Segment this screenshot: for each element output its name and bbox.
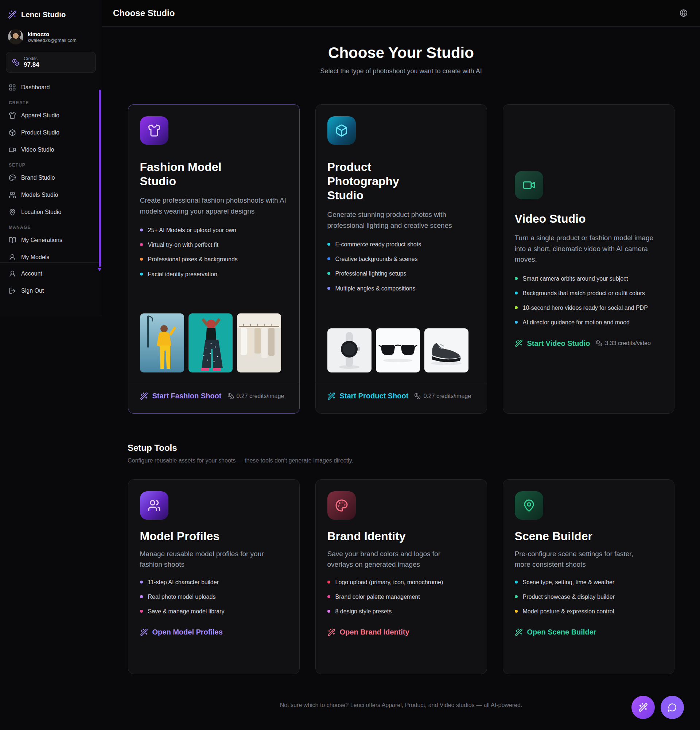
sidebar-item-models-studio[interactable]: Models Studio (4, 187, 97, 203)
avatar (8, 29, 23, 44)
credit-cost: 0.27 credits/image (228, 393, 284, 399)
setup-tool-cards: Model Profiles Manage reusable model pro… (102, 479, 700, 674)
sidebar-bottom: Account Sign Out (0, 263, 102, 303)
product-thumbnail-watch (327, 328, 371, 372)
fashion-tile (140, 116, 168, 145)
main-content: Choose Your Studio Select the type of ph… (102, 26, 700, 708)
language-button[interactable] (678, 8, 689, 19)
sidebar-item-sign-out[interactable]: Sign Out (4, 283, 97, 299)
feature-dot (515, 292, 518, 295)
wand-icon (8, 10, 17, 19)
credits-box[interactable]: Credits 97.84 (6, 52, 96, 73)
card-description: Manage reusable model profiles for your … (140, 549, 275, 570)
footer-note: Not sure which to choose? Lenci offers A… (102, 702, 700, 708)
sidebar-item-video-studio[interactable]: Video Studio (4, 142, 97, 158)
brand-identity-card[interactable]: Brand Identity Save your brand colors an… (316, 479, 487, 674)
feature-dot (140, 273, 143, 276)
card-description: Pre-configure scene settings for faster,… (515, 549, 650, 570)
user-email: kwaleed2k@gmail.com (28, 38, 77, 43)
feature-item: 11-step AI character builder (140, 578, 288, 586)
sidebar-item-brand-studio[interactable]: Brand Studio (4, 170, 97, 186)
feature-list: 11-step AI character builder Real photo … (140, 578, 288, 616)
card-description: Create professional fashion photoshoots … (140, 195, 288, 216)
wand-icon (639, 703, 648, 712)
feature-dot (327, 595, 330, 598)
map-pin-icon (9, 209, 16, 216)
feature-dot (327, 610, 330, 613)
feature-item: Real photo model uploads (140, 593, 288, 601)
open-scene-builder-button[interactable]: Open Scene Builder (515, 628, 596, 637)
wand-icon (327, 392, 335, 400)
coins-icon (414, 393, 421, 399)
users-icon (9, 191, 16, 199)
fashion-thumbnail-3 (237, 314, 281, 372)
feature-item: Brand color palette management (327, 593, 475, 601)
start-video-studio-button[interactable]: Start Video Studio (515, 339, 590, 348)
feature-item: Smart camera orbits around your subject (515, 274, 662, 283)
user-name: kimozzo (28, 31, 77, 38)
sidebar-item-dashboard[interactable]: Dashboard (4, 79, 97, 95)
box-icon (9, 129, 16, 136)
video-studio-card[interactable]: Video Studio Turn a single product or fa… (503, 104, 674, 414)
feature-dot (327, 243, 330, 246)
sidebar-item-apparel-studio[interactable]: Apparel Studio (4, 108, 97, 124)
feature-item: Virtual try-on with perfect fit (140, 241, 288, 249)
feature-dot (327, 272, 330, 275)
hero-subtitle: Select the type of photoshoot you want t… (102, 67, 700, 75)
feature-item: Backgrounds that match product or outfit… (515, 289, 662, 297)
magic-assistant-button[interactable] (631, 696, 655, 719)
product-photography-studio-card[interactable]: Product Photography Studio Generate stun… (316, 104, 487, 414)
card-footer: Open Brand Identity (327, 628, 475, 637)
feature-item: Creative backgrounds & scenes (327, 255, 475, 263)
feature-dot (515, 277, 518, 280)
setup-tools-subtitle: Configure reusable assets for your shoot… (128, 457, 674, 464)
nav-section-manage: MANAGE (4, 221, 97, 232)
feature-item: 10-second hero videos ready for social a… (515, 304, 662, 312)
feature-dot (515, 306, 518, 309)
card-title: Scene Builder (515, 529, 624, 543)
fashion-thumbnail-2 (189, 314, 232, 372)
open-model-profiles-button[interactable]: Open Model Profiles (140, 628, 223, 637)
start-fashion-shoot-button[interactable]: Start Fashion Shoot (140, 392, 222, 400)
feature-item: Multiple angles & compositions (327, 284, 475, 293)
brand: Lenci Studio (0, 0, 102, 25)
sidebar-item-product-studio[interactable]: Product Studio (4, 125, 97, 141)
chat-button[interactable] (661, 696, 684, 719)
palette-icon (9, 174, 16, 181)
wand-icon (515, 339, 523, 347)
shirt-icon (9, 112, 16, 119)
sidebar-item-location-studio[interactable]: Location Studio (4, 204, 97, 220)
sidebar-item-account[interactable]: Account (4, 266, 97, 282)
palette-icon (335, 499, 348, 512)
sidebar-scrollbar[interactable] (99, 90, 101, 267)
feature-dot (140, 610, 143, 613)
sample-thumbnails (140, 314, 288, 372)
scene-builder-card[interactable]: Scene Builder Pre-configure scene settin… (503, 479, 674, 674)
card-description: Turn a single product or fashion model i… (515, 232, 662, 264)
wand-icon (515, 628, 523, 637)
feature-dot (140, 595, 143, 598)
credit-cost: 0.27 credits/image (414, 393, 471, 399)
feature-dot (327, 257, 330, 260)
feature-list: Logo upload (primary, icon, monochrome) … (327, 578, 475, 616)
feature-dot (515, 610, 518, 613)
brand-name: Lenci Studio (21, 10, 66, 19)
fashion-model-studio-card[interactable]: Fashion Model Studio Create professional… (128, 104, 300, 414)
page-title: Choose Studio (113, 8, 175, 18)
floating-buttons (631, 696, 684, 719)
feature-dot (515, 595, 518, 598)
product-thumbnail-sneaker (424, 328, 469, 372)
open-brand-identity-button[interactable]: Open Brand Identity (327, 628, 409, 637)
scrollbar-arrow-icon[interactable] (98, 268, 101, 271)
sidebar-item-my-models[interactable]: My Models (4, 249, 97, 263)
feature-item: Professional poses & backgrounds (140, 255, 288, 263)
model-profiles-card[interactable]: Model Profiles Manage reusable model pro… (128, 479, 300, 674)
start-product-shoot-button[interactable]: Start Product Shoot (327, 392, 409, 400)
card-description: Generate stunning product photos with pr… (327, 209, 475, 231)
feature-item: Save & manage model library (140, 607, 288, 616)
feature-dot (140, 258, 143, 261)
sidebar-item-my-generations[interactable]: My Generations (4, 232, 97, 248)
user-profile[interactable]: kimozzo kwaleed2k@gmail.com (0, 25, 102, 52)
feature-dot (140, 581, 143, 584)
video-icon (9, 146, 16, 153)
